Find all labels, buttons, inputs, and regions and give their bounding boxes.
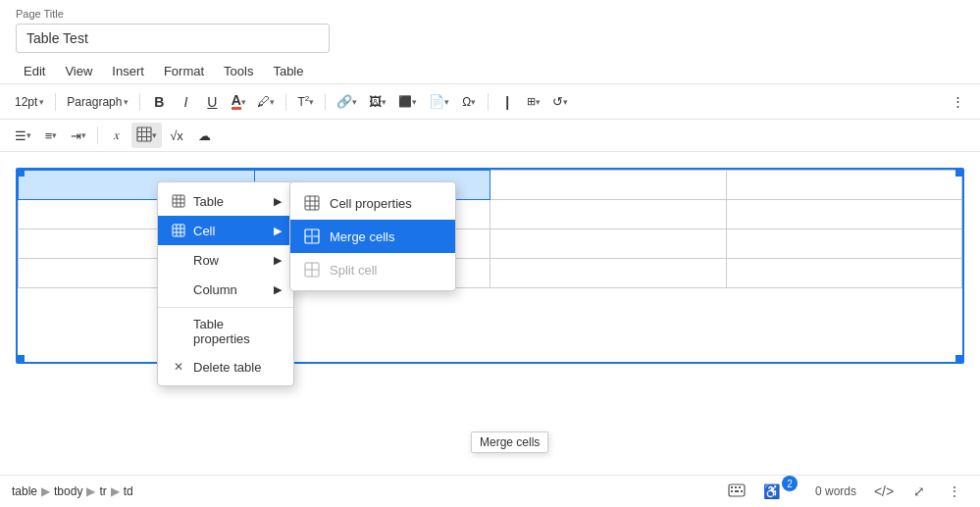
expand-icon: ⤢ — [913, 483, 925, 499]
ctx-table-props[interactable]: Table properties — [158, 311, 293, 352]
table-cell[interactable] — [490, 259, 727, 288]
indent-button[interactable]: ⇥ ▾ — [66, 123, 91, 148]
svg-rect-29 — [735, 486, 737, 488]
menu-insert[interactable]: Insert — [104, 61, 152, 81]
html-source-button[interactable]: </> — [870, 480, 898, 503]
format-btn2[interactable]: ⊞ ▾ — [521, 89, 546, 115]
text-style-button[interactable]: 𝑥 — [104, 123, 129, 148]
sep4 — [325, 93, 326, 111]
toolbar-row2: ☰ ▾ ≡ ▾ ⇥ ▾ 𝑥 ▾ — [0, 120, 980, 152]
superscript-button[interactable]: T2 ▾ — [292, 89, 319, 115]
format-icon1: | — [505, 94, 509, 110]
italic-button[interactable]: I — [173, 89, 198, 115]
breadcrumb-td: td — [124, 484, 133, 498]
align-icon: ☰ — [15, 128, 26, 143]
superscript-icon: T2 — [297, 94, 309, 109]
format-icon2: ⊞ — [527, 95, 536, 108]
expand-button[interactable]: ⤢ — [905, 480, 933, 503]
split-cell-icon — [302, 260, 322, 279]
breadcrumb-sep1: ▶ — [41, 484, 50, 498]
row-icon — [170, 251, 187, 269]
ctx-column-label: Column — [193, 282, 274, 297]
svg-rect-10 — [173, 225, 184, 236]
table-cell[interactable] — [726, 200, 962, 229]
list-button[interactable]: ≡ ▾ — [38, 123, 64, 148]
menu-tools[interactable]: Tools — [216, 61, 261, 81]
image-group: 🖼 ▾ — [364, 89, 391, 115]
underline-button[interactable]: U — [199, 89, 225, 115]
format-btn3[interactable]: ↺ ▾ — [547, 89, 573, 115]
ctx-delete-table[interactable]: ✕ Delete table — [158, 352, 293, 381]
context-menu: Table ▶ Cell ▶ Row — [157, 181, 294, 386]
status-more-icon: ⋮ — [948, 483, 961, 499]
highlight-button[interactable]: 🖊 ▾ — [252, 89, 280, 115]
font-size-group: 12pt ▾ — [10, 89, 49, 115]
handle-tl — [17, 169, 25, 177]
breadcrumb: table ▶ tbody ▶ tr ▶ td — [12, 484, 715, 498]
doc-group: 📄 ▾ — [424, 89, 454, 115]
sep5 — [488, 93, 489, 111]
svg-rect-32 — [735, 490, 739, 492]
menu-edit[interactable]: Edit — [16, 61, 53, 81]
text-style-icon: 𝑥 — [114, 127, 120, 143]
image-button[interactable]: 🖼 ▾ — [364, 89, 391, 115]
table-cell[interactable] — [726, 259, 962, 288]
font-size-value: 12pt — [15, 95, 37, 109]
sub-cell-properties[interactable]: Cell properties — [290, 186, 455, 220]
cell-icon — [170, 222, 187, 239]
paragraph-dropdown[interactable]: Paragraph ▾ — [62, 89, 133, 115]
menu-view[interactable]: View — [57, 61, 100, 81]
ctx-cell[interactable]: Cell ▶ — [158, 216, 293, 245]
svg-rect-28 — [731, 486, 733, 488]
table-cell[interactable] — [490, 171, 727, 200]
ctx-column[interactable]: Column ▶ — [158, 275, 293, 304]
column-icon — [170, 280, 187, 298]
merge-cells-icon — [302, 227, 322, 246]
table-cell[interactable] — [490, 200, 727, 229]
font-color-icon: A — [232, 93, 241, 110]
table-toolbar-button[interactable]: ▾ — [131, 123, 162, 148]
ctx-delete-label: Delete table — [193, 360, 282, 375]
special-icon: Ω — [462, 95, 471, 109]
image-icon: 🖼 — [369, 94, 382, 109]
sub-split-cell: Split cell — [290, 253, 455, 286]
more-options-button[interactable]: ⋮ — [945, 89, 970, 115]
paragraph-label: Paragraph — [67, 95, 122, 109]
svg-rect-0 — [137, 127, 151, 141]
ctx-row[interactable]: Row ▶ — [158, 245, 293, 275]
sub-merge-cells[interactable]: Merge cells — [290, 220, 455, 253]
status-more-button[interactable]: ⋮ — [941, 480, 968, 503]
embed-group: ⬛ ▾ — [393, 89, 422, 115]
menu-format[interactable]: Format — [156, 61, 212, 81]
keyboard-button[interactable] — [723, 480, 750, 503]
word-count: 0 words — [815, 484, 856, 498]
ctx-table[interactable]: Table ▶ — [158, 186, 293, 216]
special-button[interactable]: Ω ▾ — [456, 89, 482, 115]
cloud-button[interactable]: ☁ — [191, 123, 217, 148]
link-button[interactable]: 🔗 ▾ — [332, 89, 362, 115]
font-size-dropdown[interactable]: 12pt ▾ — [10, 89, 49, 115]
table-cell[interactable] — [490, 229, 727, 259]
status-right: ♿ 2 0 words </> ⤢ ⋮ — [723, 480, 968, 503]
embed-button[interactable]: ⬛ ▾ — [393, 89, 422, 115]
doc-button[interactable]: 📄 ▾ — [424, 89, 454, 115]
table-toolbar-icon — [136, 127, 152, 145]
handle-br — [955, 355, 963, 363]
svg-rect-5 — [173, 195, 184, 207]
accessibility-badge: 2 — [782, 476, 798, 491]
page-title-label: Page Title — [16, 8, 964, 20]
page-title-input[interactable] — [16, 24, 330, 53]
table-cell[interactable] — [726, 229, 962, 259]
toolbar-row1: 12pt ▾ Paragraph ▾ B I U A ▾ 🖊 ▾ — [0, 84, 980, 120]
format-btn1[interactable]: | — [494, 89, 520, 115]
bold-button[interactable]: B — [146, 89, 172, 115]
indent-icon: ⇥ — [71, 128, 81, 143]
font-color-button[interactable]: A ▾ — [226, 89, 251, 115]
menu-table[interactable]: Table — [265, 61, 311, 81]
breadcrumb-table: table — [12, 484, 37, 498]
table-cell[interactable] — [726, 171, 962, 200]
align-button[interactable]: ☰ ▾ — [10, 123, 36, 148]
formula-button[interactable]: √x — [164, 123, 189, 148]
menu-bar: Edit View Insert Format Tools Table — [0, 59, 980, 84]
handle-bl — [17, 355, 25, 363]
